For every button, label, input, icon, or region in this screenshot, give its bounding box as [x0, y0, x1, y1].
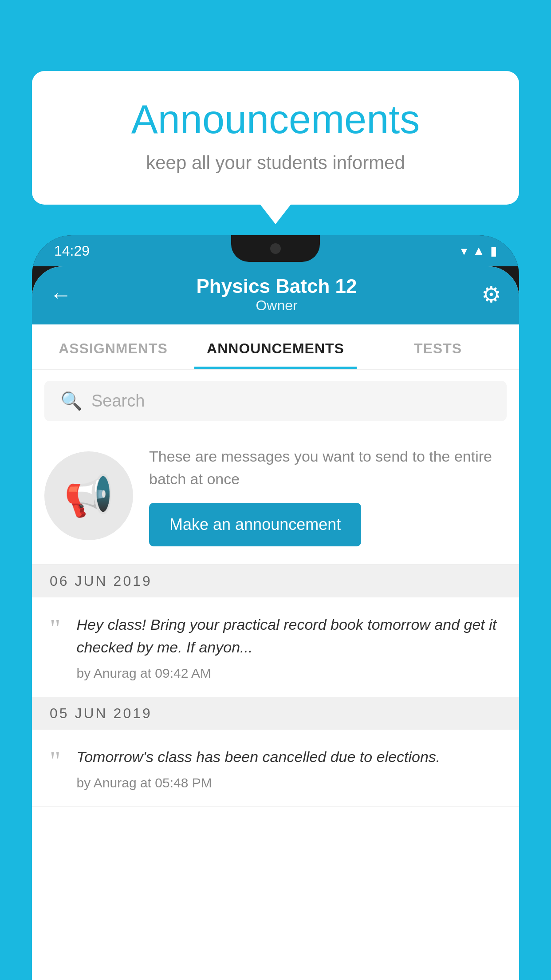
promo-description: These are messages you want to send to t…: [149, 445, 507, 490]
announcement-text-group-1: Hey class! Bring your practical record b…: [77, 613, 504, 681]
search-placeholder: Search: [91, 391, 145, 411]
status-time: 14:29: [54, 243, 90, 259]
tab-assignments[interactable]: ASSIGNMENTS: [32, 324, 194, 369]
announcement-text-1: Hey class! Bring your practical record b…: [77, 613, 504, 659]
back-button[interactable]: ←: [50, 282, 72, 308]
date-divider-1: 06 JUN 2019: [32, 565, 519, 597]
quote-icon-2: ": [50, 747, 61, 774]
announcement-author-2: by Anurag at 05:48 PM: [77, 775, 504, 790]
promo-icon-circle: 📢: [44, 451, 133, 540]
settings-icon[interactable]: ⚙: [481, 282, 501, 308]
app-header: ← Physics Batch 12 Owner ⚙: [32, 266, 519, 324]
speech-bubble-container: Announcements keep all your students inf…: [32, 71, 519, 205]
phone-frame: 14:29 ▾ ▲ ▮ ← Physics Batch 12 Owner ⚙ A…: [32, 235, 519, 980]
promo-right: These are messages you want to send to t…: [149, 445, 507, 546]
quote-icon-1: ": [50, 615, 61, 642]
announcement-text-group-2: Tomorrow's class has been cancelled due …: [77, 746, 504, 790]
search-bar[interactable]: 🔍 Search: [44, 381, 507, 421]
announcement-item-1: " Hey class! Bring your practical record…: [32, 597, 519, 697]
phone-notch: [231, 235, 320, 262]
announcement-item-2: " Tomorrow's class has been cancelled du…: [32, 730, 519, 807]
search-icon: 🔍: [60, 391, 83, 411]
tabs-bar: ASSIGNMENTS ANNOUNCEMENTS TESTS: [32, 324, 519, 370]
phone-inner: ← Physics Batch 12 Owner ⚙ ASSIGNMENTS A…: [32, 266, 519, 980]
make-announcement-button[interactable]: Make an announcement: [149, 503, 361, 546]
status-bar: 14:29 ▾ ▲ ▮: [32, 235, 519, 266]
batch-title: Physics Batch 12: [72, 275, 481, 297]
batch-role: Owner: [72, 297, 481, 314]
tab-announcements[interactable]: ANNOUNCEMENTS: [194, 324, 357, 369]
wifi-icon: ▾: [461, 244, 467, 258]
announcement-promo: 📢 These are messages you want to send to…: [32, 432, 519, 565]
announcement-author-1: by Anurag at 09:42 AM: [77, 666, 504, 681]
megaphone-icon: 📢: [64, 473, 114, 519]
app-content: 🔍 Search 📢 These are messages you want t…: [32, 370, 519, 980]
speech-bubble: Announcements keep all your students inf…: [32, 71, 519, 205]
signal-icon: ▲: [472, 244, 485, 258]
tab-tests[interactable]: TESTS: [357, 324, 519, 369]
date-divider-2: 05 JUN 2019: [32, 697, 519, 730]
bubble-title: Announcements: [67, 98, 484, 142]
status-icons: ▾ ▲ ▮: [461, 244, 497, 258]
header-title-group: Physics Batch 12 Owner: [72, 275, 481, 314]
bubble-subtitle: keep all your students informed: [67, 152, 484, 174]
battery-icon: ▮: [490, 244, 497, 258]
camera-dot: [270, 243, 281, 254]
announcement-text-2: Tomorrow's class has been cancelled due …: [77, 746, 504, 768]
